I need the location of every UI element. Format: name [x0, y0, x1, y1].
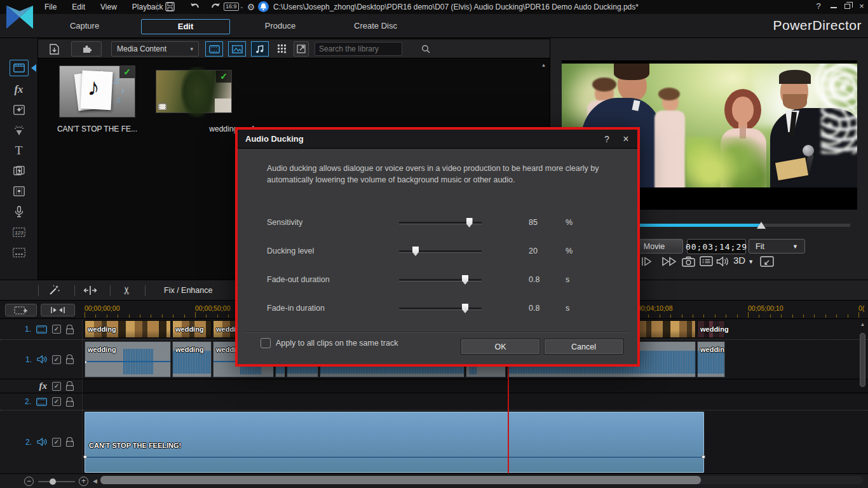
- subtitle-room-icon[interactable]: [10, 244, 29, 261]
- music-clip[interactable]: CAN'T STOP THE FEELING!: [85, 412, 704, 473]
- preview-timecode[interactable]: 00;03;14;29: [687, 239, 746, 254]
- track-lock-icon[interactable]: [66, 441, 74, 447]
- audio-clip[interactable]: wedding: [172, 341, 212, 377]
- tab-edit[interactable]: Edit: [141, 19, 230, 34]
- menu-file[interactable]: File: [44, 0, 57, 14]
- volume-icon[interactable]: [716, 256, 730, 267]
- track-lane-3[interactable]: [83, 393, 868, 410]
- timeline-zoom-slider[interactable]: [38, 481, 75, 482]
- volume-keyframe-dot[interactable]: [83, 455, 87, 459]
- dialog-close-button[interactable]: ×: [618, 130, 634, 149]
- undock-preview-icon[interactable]: [760, 256, 774, 267]
- fade-out-duration-slider[interactable]: [399, 279, 482, 281]
- video-clip[interactable]: wedding: [172, 320, 212, 338]
- fast-forward-button[interactable]: [661, 256, 678, 267]
- apply-all-clips-checkbox[interactable]: [261, 338, 271, 348]
- redo-icon[interactable]: [210, 2, 221, 12]
- timeline-vertical-scrollbar[interactable]: ▲: [858, 320, 867, 472]
- volume-keyframe-dot[interactable]: [702, 455, 705, 459]
- fade-in-duration-slider-thumb[interactable]: [462, 304, 468, 313]
- library-expand-icon[interactable]: [294, 41, 309, 57]
- close-button[interactable]: ×: [855, 0, 868, 13]
- import-media-icon[interactable]: [46, 41, 62, 57]
- ok-button[interactable]: OK: [461, 339, 540, 355]
- split-tool-icon[interactable]: [82, 283, 98, 297]
- fade-out-duration-slider-thumb[interactable]: [462, 275, 468, 285]
- audio-mixing-room-icon[interactable]: [10, 183, 29, 200]
- preview-quality-icon[interactable]: [700, 256, 713, 266]
- track-lock-icon[interactable]: [66, 329, 74, 334]
- audio-clip[interactable]: wedding: [85, 341, 171, 377]
- settings-gear-icon[interactable]: ⚙: [245, 2, 257, 12]
- track-enable-checkbox[interactable]: ✓: [52, 382, 61, 391]
- zoom-fit-dropdown[interactable]: Fit▼: [749, 239, 805, 254]
- track-lock-icon[interactable]: [66, 385, 74, 391]
- view-options-icon[interactable]: [275, 41, 290, 57]
- scrollbar-thumb[interactable]: [860, 333, 865, 387]
- fix-enhance-button[interactable]: Fix / Enhance: [164, 286, 212, 295]
- track-enable-checkbox[interactable]: ✓: [52, 355, 61, 364]
- track-lock-icon[interactable]: [66, 401, 74, 407]
- magic-wand-tool-icon[interactable]: [46, 283, 62, 297]
- scroll-left-icon[interactable]: ◀: [93, 478, 97, 484]
- particle-room-icon[interactable]: [10, 122, 29, 139]
- search-input[interactable]: [315, 44, 421, 53]
- zoom-slider-thumb[interactable]: [50, 478, 56, 485]
- seek-thumb[interactable]: [757, 222, 766, 229]
- tab-produce[interactable]: Produce: [236, 19, 325, 34]
- zoom-out-icon[interactable]: −: [24, 477, 34, 486]
- notification-bell-icon[interactable]: [258, 1, 269, 12]
- help-button[interactable]: ?: [812, 0, 825, 13]
- snapshot-camera-icon[interactable]: [682, 256, 695, 267]
- library-search-box[interactable]: [315, 42, 402, 56]
- filter-photo-icon[interactable]: [228, 41, 246, 57]
- volume-line[interactable]: [85, 457, 703, 458]
- effect-room-icon[interactable]: fx: [10, 81, 29, 98]
- filter-music-icon[interactable]: [251, 41, 269, 57]
- media-room-icon[interactable]: [10, 60, 29, 76]
- cancel-button[interactable]: Cancel: [544, 339, 623, 355]
- track-lock-icon[interactable]: [66, 358, 74, 364]
- media-item-video-thumbnail[interactable]: ✓: [156, 70, 232, 113]
- next-frame-button[interactable]: [641, 256, 653, 267]
- track-manager-button[interactable]: [5, 304, 37, 316]
- chapter-room-icon[interactable]: 123: [10, 224, 29, 240]
- tab-create-disc[interactable]: Create Disc: [331, 19, 420, 34]
- scroll-up-icon[interactable]: ▲: [539, 61, 548, 69]
- track-enable-checkbox[interactable]: ✓: [52, 325, 61, 334]
- scroll-up-icon[interactable]: ▲: [858, 320, 867, 329]
- search-icon[interactable]: [421, 44, 430, 53]
- trim-scissors-icon[interactable]: ✂: [119, 282, 133, 299]
- filter-video-icon[interactable]: [205, 41, 223, 57]
- video-clip[interactable]: wedding: [85, 320, 171, 338]
- fade-in-duration-slider[interactable]: [399, 308, 482, 309]
- menu-edit[interactable]: Edit: [72, 0, 85, 14]
- media-item-music-thumbnail[interactable]: ♪ ♫ ♪ ♫ ✓: [59, 65, 135, 118]
- audio-clip[interactable]: wedding: [697, 341, 725, 377]
- title-room-icon[interactable]: T: [10, 142, 29, 159]
- tab-capture[interactable]: Capture: [40, 19, 129, 34]
- track-lane-4[interactable]: CAN'T STOP THE FEELING!: [83, 410, 868, 473]
- menu-view[interactable]: View: [100, 0, 117, 14]
- ducking-level-slider-thumb[interactable]: [412, 247, 419, 256]
- 3d-mode-button[interactable]: 3D ▼: [733, 255, 754, 266]
- undo-icon[interactable]: [189, 2, 201, 12]
- dialog-help-button[interactable]: ?: [599, 130, 614, 149]
- sensitivity-slider[interactable]: [399, 222, 482, 224]
- video-clip[interactable]: wedding: [697, 320, 725, 338]
- voiceover-room-icon[interactable]: [10, 203, 29, 220]
- track-enable-checkbox[interactable]: ✓: [52, 397, 61, 406]
- library-type-dropdown[interactable]: Media Content▾: [111, 41, 199, 57]
- plugins-button[interactable]: [71, 41, 102, 57]
- aspect-ratio-chevron-icon[interactable]: ⌄: [240, 4, 244, 10]
- pip-objects-room-icon[interactable]: [10, 102, 29, 118]
- scrollbar-thumb[interactable]: [100, 476, 701, 484]
- transition-room-icon[interactable]: [10, 163, 29, 179]
- track-lane-2[interactable]: [83, 379, 868, 393]
- menu-playback[interactable]: Playback: [132, 0, 163, 14]
- save-icon[interactable]: [165, 2, 177, 12]
- aspect-ratio-selector[interactable]: 16:9: [224, 3, 239, 11]
- ducking-level-slider[interactable]: [399, 250, 482, 252]
- zoom-in-icon[interactable]: +: [79, 477, 88, 486]
- volume-keyframe-dot[interactable]: [85, 360, 87, 364]
